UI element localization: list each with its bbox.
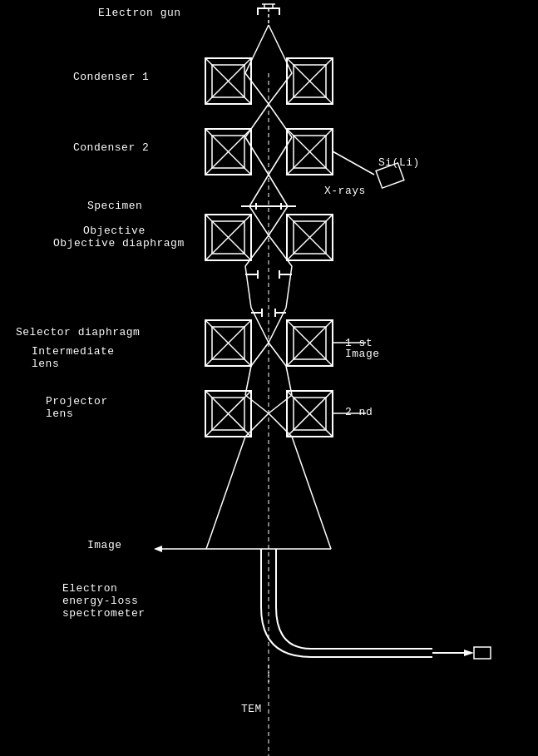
svg-line-16 <box>269 73 292 104</box>
svg-line-18 <box>269 104 292 137</box>
second-label: 2 nd <box>345 406 373 418</box>
specimen-label: Specimen <box>87 200 142 212</box>
svg-line-28 <box>269 137 292 175</box>
svg-line-5 <box>269 25 292 73</box>
projector-lens-label: Projectorlens <box>46 395 108 420</box>
tem-diagram: Electron gun Condenser 1 Condenser 2 Si(… <box>0 0 538 756</box>
svg-line-46 <box>245 235 269 266</box>
image-first-label: Image <box>345 348 380 360</box>
svg-line-84 <box>269 413 292 437</box>
condenser2-label: Condenser 2 <box>73 141 149 154</box>
image-bottom-label: Image <box>87 539 122 551</box>
svg-line-83 <box>245 413 269 437</box>
svg-rect-97 <box>474 647 491 659</box>
svg-line-29 <box>249 175 269 206</box>
svg-line-53 <box>286 266 292 308</box>
svg-line-37 <box>269 206 288 235</box>
tem-label: TEM <box>241 703 262 715</box>
svg-marker-96 <box>464 650 474 656</box>
eels-label: Electronenergy-lossspectrometer <box>62 582 146 620</box>
electron-gun-label: Electron gun <box>98 7 181 19</box>
svg-line-31 <box>333 151 374 175</box>
x-rays-label: X-rays <box>324 185 366 197</box>
svg-line-82 <box>269 395 292 413</box>
si-li-label: Si(Li) <box>378 156 420 169</box>
svg-line-47 <box>269 235 292 266</box>
svg-marker-90 <box>154 546 162 552</box>
svg-line-17 <box>245 104 269 137</box>
svg-line-87 <box>292 437 331 549</box>
objective-label: Objective <box>83 225 146 237</box>
selector-diaphragm-label: Selector diaphragm <box>16 326 140 338</box>
svg-line-52 <box>245 266 251 308</box>
svg-line-81 <box>245 395 269 413</box>
condenser1-label: Condenser 1 <box>73 71 149 83</box>
svg-line-86 <box>206 437 245 549</box>
intermediate-lens-label: Intermediatelens <box>32 345 115 370</box>
svg-line-30 <box>269 175 288 206</box>
svg-line-4 <box>245 25 269 73</box>
objective-diaphragm-label: Objective diaphragm <box>53 237 185 250</box>
svg-line-69 <box>269 343 286 366</box>
svg-line-27 <box>245 137 269 175</box>
svg-line-36 <box>249 206 269 235</box>
svg-line-15 <box>245 73 269 104</box>
svg-line-68 <box>251 343 269 366</box>
